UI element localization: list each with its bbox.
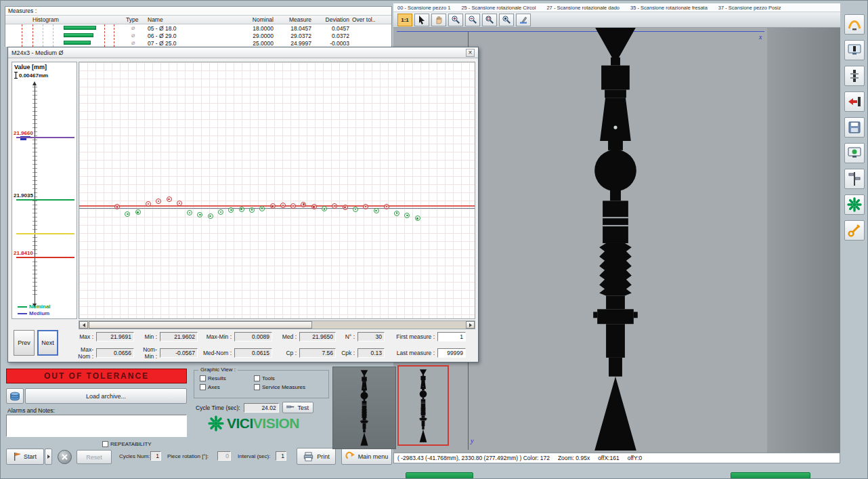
status-offx: offX:161 — [598, 455, 620, 461]
measure-row[interactable]: ⌀06 - Ø 29.029.000029.03720.0372 — [5, 32, 391, 39]
piece-rotation-field[interactable]: 0 — [217, 451, 231, 461]
stop-button[interactable] — [58, 450, 72, 464]
monitor-part-icon — [846, 145, 863, 161]
checkbox-box[interactable] — [200, 384, 206, 390]
pan-hand-button[interactable] — [431, 14, 446, 26]
stat-value-field: -0.0567 — [160, 348, 198, 358]
main-menu-button[interactable]: Main menu — [341, 448, 392, 465]
data-point — [177, 201, 182, 206]
zoom-window-button[interactable] — [482, 14, 497, 26]
save-report-button[interactable] — [844, 117, 865, 138]
zoom-1-1-button[interactable]: 1:1 — [397, 14, 412, 26]
viewer-status-bar: ( -2983.43 (-41.768mm), 2330.80 (277.492… — [393, 453, 840, 463]
axis-tick-label: 21.9035 — [14, 192, 34, 199]
graphic-view-options: ResultsToolsAxesService Measures — [200, 375, 305, 390]
checkbox-axes[interactable]: Axes — [200, 384, 254, 390]
trend-chart[interactable] — [79, 62, 475, 319]
viewer-tab[interactable]: 35 - Scansione rotazionale fresata — [630, 5, 708, 11]
taskbar-item[interactable] — [731, 472, 810, 479]
test-label: Test — [297, 404, 309, 411]
color-pick-button[interactable] — [516, 14, 531, 26]
deviation-value: 0.0372 — [314, 33, 349, 39]
measure-range-input[interactable]: 99999 — [437, 348, 466, 358]
scroll-right-button[interactable] — [466, 321, 475, 329]
measure-name: 06 - Ø 29.0 — [148, 33, 177, 39]
viewer-tab[interactable]: 37 - Scansione pezzo Posiz — [718, 5, 781, 11]
chart-scrollbar[interactable] — [79, 320, 475, 329]
checkbox-label: Service Measures — [262, 384, 305, 390]
tools-settings-button[interactable] — [844, 220, 865, 241]
checkbox-box[interactable] — [254, 384, 260, 390]
caliper-button[interactable] — [844, 169, 865, 189]
part-preview-thumbnail-selected[interactable] — [397, 365, 449, 446]
archive-button[interactable] — [6, 388, 24, 404]
stat-label: Max-Nom : — [69, 346, 93, 360]
measure-row[interactable]: ⌀07 - Ø 25.025.000024.9997-0.0003 — [5, 39, 391, 47]
next-button[interactable]: Next — [37, 330, 58, 356]
viewer-tab[interactable]: 25 - Scansione rotazionale Circol — [461, 5, 536, 11]
start-button[interactable]: Start — [6, 449, 44, 465]
checkbox-box[interactable] — [254, 375, 260, 381]
reset-button[interactable]: Reset — [77, 450, 112, 464]
start-options-button[interactable] — [45, 449, 52, 465]
checkbox-tools[interactable]: Tools — [254, 375, 305, 381]
status-zoom: Zoom: 0.95x — [558, 455, 590, 461]
scroll-left-button[interactable] — [79, 321, 88, 329]
viewer-tab[interactable]: 00 - Scansione pezzo 1 — [397, 5, 450, 11]
data-point — [322, 206, 327, 211]
fixture-button[interactable] — [844, 66, 865, 86]
monitor-part-button[interactable] — [844, 143, 865, 163]
data-point — [343, 205, 348, 210]
save-icon — [846, 119, 863, 136]
vicivision-app-window: Measures : HistogramTypeNameNominalMeasu… — [0, 0, 868, 479]
vicivision-home-button[interactable] — [844, 194, 865, 215]
prev-button[interactable]: Prev — [14, 330, 35, 356]
camera-screen-icon — [846, 42, 863, 58]
scrollbar-thumb[interactable] — [89, 321, 312, 329]
viewer-tab[interactable]: 27 - Scansione rotazionale dado — [546, 5, 620, 11]
stat-label: Cpk : — [339, 350, 355, 356]
x-axis-label: x — [759, 33, 762, 41]
zoom-in-button[interactable] — [448, 14, 463, 26]
part-return-button[interactable] — [844, 91, 865, 112]
out-of-tolerance-banner: OUT OF TOLERANCE — [6, 369, 187, 383]
dialog-title-bar[interactable]: M24x3 - Medium Ø × — [8, 47, 478, 58]
close-icon[interactable]: × — [466, 49, 475, 57]
column-header-type: Type — [126, 16, 145, 23]
select-cursor-button[interactable] — [414, 14, 429, 26]
scan-profile-button[interactable] — [844, 14, 865, 35]
cycle-time-field[interactable]: 24.02 — [244, 403, 279, 413]
measures-panel-title: Measures : — [5, 7, 391, 16]
print-button[interactable]: Print — [297, 448, 336, 465]
interval-field[interactable]: 1 — [276, 451, 286, 461]
data-point — [218, 209, 223, 215]
measure-row[interactable]: ⌀05 - Ø 18.018.000018.04570.0457 — [5, 24, 391, 32]
zoom-extents-button[interactable] — [499, 14, 514, 26]
data-point — [374, 208, 379, 213]
checkbox-results[interactable]: Results — [200, 375, 254, 381]
measure-name: 07 - Ø 25.0 — [148, 40, 177, 47]
load-archive-button[interactable]: Load archive... — [25, 388, 187, 404]
alarms-notes-input[interactable] — [6, 415, 187, 437]
taskbar-item[interactable] — [406, 472, 473, 479]
value-axis-panel: Value [mm] 0.00467mm 21.966021.903521.84… — [12, 62, 77, 319]
measure-name: 05 - Ø 18.0 — [148, 25, 177, 32]
part-preview-thumbnail[interactable] — [332, 367, 396, 449]
checkbox-box[interactable] — [200, 375, 206, 381]
print-label: Print — [317, 453, 330, 460]
checkbox-box[interactable] — [102, 441, 108, 447]
test-button[interactable]: Test — [282, 402, 313, 413]
zoom-out-button[interactable] — [465, 14, 480, 26]
checkbox-label: Axes — [208, 384, 220, 390]
repeatability-checkbox[interactable]: REPEATABILITY — [102, 441, 152, 447]
measure-range-input[interactable]: 1 — [437, 332, 466, 341]
column-header-deviation: Deviation — [314, 16, 349, 23]
data-point — [394, 211, 399, 216]
data-point — [353, 207, 358, 212]
distribution-bar — [20, 138, 26, 140]
data-point — [114, 204, 120, 209]
cycles-num-field[interactable]: 1 — [150, 451, 161, 461]
checkbox-service-measures[interactable]: Service Measures — [254, 384, 305, 390]
camera-screen-button[interactable] — [844, 40, 865, 60]
stat-value-field: 21.9602 — [160, 332, 198, 341]
